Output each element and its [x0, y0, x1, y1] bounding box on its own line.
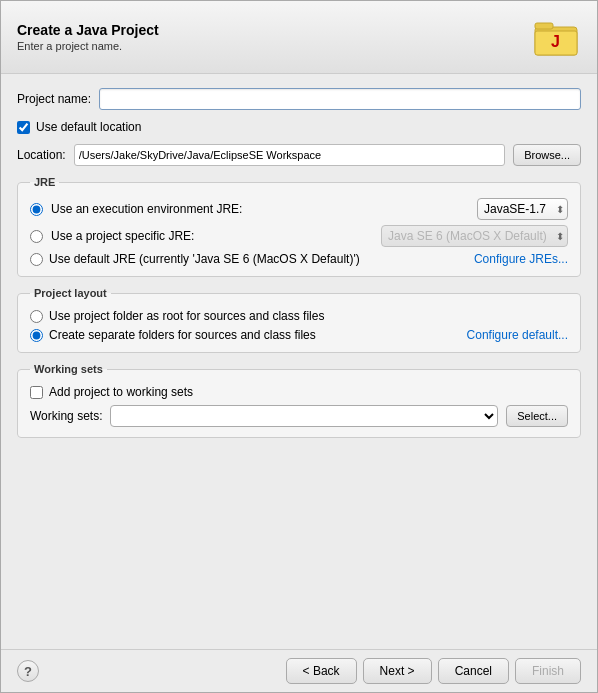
add-working-sets-label: Add project to working sets — [49, 385, 193, 399]
layout-separate-radio[interactable] — [30, 329, 43, 342]
jre-project-dropdown[interactable]: Java SE 6 (MacOS X Default) — [381, 225, 568, 247]
jre-project-radio[interactable] — [30, 230, 43, 243]
jre-default-radio[interactable] — [30, 253, 43, 266]
layout-root-radio[interactable] — [30, 310, 43, 323]
dialog-header: Create a Java Project Enter a project na… — [1, 1, 597, 74]
project-name-label: Project name: — [17, 92, 91, 106]
use-default-location-label: Use default location — [36, 120, 141, 134]
configure-default-link[interactable]: Configure default... — [467, 328, 568, 342]
help-button[interactable]: ? — [17, 660, 39, 682]
select-button[interactable]: Select... — [506, 405, 568, 427]
jre-section-title: JRE — [30, 176, 59, 188]
jre-default-label: Use default JRE (currently 'Java SE 6 (M… — [49, 252, 360, 266]
dialog-content: Project name: Use default location Locat… — [1, 74, 597, 649]
jre-env-dropdown[interactable]: JavaSE-1.7 JavaSE-1.6 JavaSE-1.8 — [477, 198, 568, 220]
add-working-sets-checkbox[interactable] — [30, 386, 43, 399]
jre-project-label: Use a project specific JRE: — [51, 229, 373, 243]
cancel-button[interactable]: Cancel — [438, 658, 509, 684]
jre-section: JRE Use an execution environment JRE: Ja… — [17, 176, 581, 277]
layout-separate-label: Create separate folders for sources and … — [49, 328, 316, 342]
next-button[interactable]: Next > — [363, 658, 432, 684]
working-sets-section: Working sets Add project to working sets… — [17, 363, 581, 438]
footer-left: ? — [17, 660, 39, 682]
location-input[interactable] — [74, 144, 505, 166]
jre-project-row: Use a project specific JRE: Java SE 6 (M… — [30, 225, 568, 247]
project-layout-section: Project layout Use project folder as roo… — [17, 287, 581, 353]
layout-root-row: Use project folder as root for sources a… — [30, 309, 568, 323]
configure-jres-link[interactable]: Configure JREs... — [474, 252, 568, 266]
project-name-input[interactable] — [99, 88, 581, 110]
project-layout-title: Project layout — [30, 287, 111, 299]
location-label: Location: — [17, 148, 66, 162]
working-sets-label: Working sets: — [30, 409, 102, 423]
use-default-location-row: Use default location — [17, 120, 581, 134]
working-sets-select[interactable] — [110, 405, 498, 427]
svg-rect-1 — [535, 23, 553, 29]
finish-button[interactable]: Finish — [515, 658, 581, 684]
jre-env-dropdown-wrap: JavaSE-1.7 JavaSE-1.6 JavaSE-1.8 — [477, 198, 568, 220]
jre-env-label: Use an execution environment JRE: — [51, 202, 469, 216]
dialog-footer: ? < Back Next > Cancel Finish — [1, 649, 597, 692]
dialog-title: Create a Java Project — [17, 22, 159, 38]
jre-project-dropdown-wrap: Java SE 6 (MacOS X Default) — [381, 225, 568, 247]
layout-separate-row: Create separate folders for sources and … — [30, 328, 568, 342]
browse-button[interactable]: Browse... — [513, 144, 581, 166]
add-working-sets-row: Add project to working sets — [30, 385, 568, 399]
dialog-subtitle: Enter a project name. — [17, 40, 159, 52]
location-row: Location: Browse... — [17, 144, 581, 166]
jre-env-radio[interactable] — [30, 203, 43, 216]
header-text: Create a Java Project Enter a project na… — [17, 22, 159, 52]
jre-env-row: Use an execution environment JRE: JavaSE… — [30, 198, 568, 220]
back-button[interactable]: < Back — [286, 658, 357, 684]
footer-right: < Back Next > Cancel Finish — [286, 658, 581, 684]
dialog: Create a Java Project Enter a project na… — [0, 0, 598, 693]
working-sets-row: Working sets: Select... — [30, 405, 568, 427]
use-default-location-checkbox[interactable] — [17, 121, 30, 134]
jre-default-row: Use default JRE (currently 'Java SE 6 (M… — [30, 252, 568, 266]
working-sets-title: Working sets — [30, 363, 107, 375]
java-project-icon: J — [533, 13, 581, 61]
svg-text:J: J — [551, 33, 560, 50]
layout-root-label: Use project folder as root for sources a… — [49, 309, 324, 323]
project-name-row: Project name: — [17, 88, 581, 110]
